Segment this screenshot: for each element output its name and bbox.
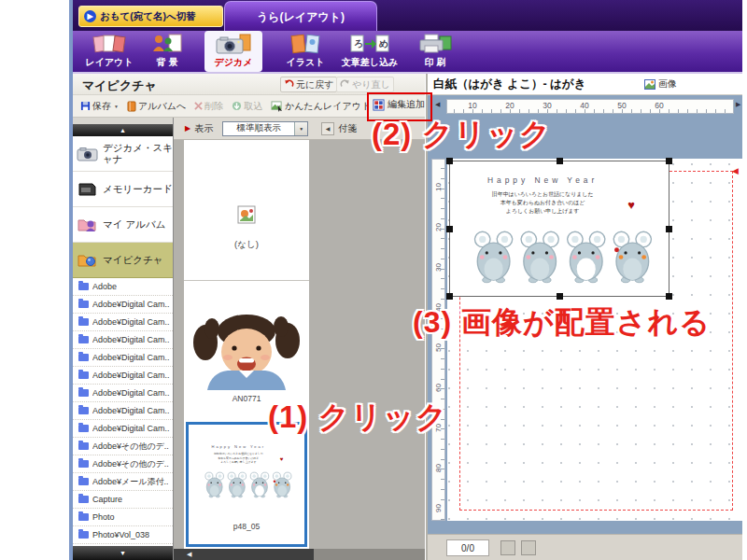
- thumbnail-photo[interactable]: AN0771: [184, 280, 309, 420]
- ruler-number-cell: 30: [432, 247, 444, 287]
- status-button-1[interactable]: [500, 540, 515, 555]
- folder-item[interactable]: Adobe¥Digital Cam..: [73, 331, 173, 349]
- thumbnail-none[interactable]: (なし): [184, 140, 309, 281]
- toolbar-illustration-button[interactable]: イラスト: [279, 31, 331, 72]
- delete-icon: [194, 102, 203, 110]
- thumbnail-card-selected[interactable]: p48_05: [186, 422, 307, 547]
- svg-text:ろ: ろ: [354, 38, 363, 49]
- save-button[interactable]: 保存 ▼: [80, 100, 119, 113]
- folder-item[interactable]: Adobe¥Digital Cam..: [73, 349, 173, 367]
- browser-scroll-left[interactable]: ◀: [174, 549, 314, 560]
- tab-back-layout[interactable]: うら(レイアウト): [224, 1, 377, 32]
- folder-item[interactable]: Capture: [73, 491, 173, 509]
- folder-icon: [78, 478, 89, 485]
- up-arrow-icon: ▲: [120, 127, 126, 133]
- sidebar-item-memory-card[interactable]: メモリーカード: [73, 172, 173, 207]
- toolbar-text-merge-button[interactable]: ろ め 文章差し込み: [333, 31, 406, 72]
- edit-add-button[interactable]: 編集追加: [373, 98, 425, 111]
- toolbar-background-button[interactable]: 背 景: [141, 31, 193, 72]
- view-mode-value: 標準順表示: [223, 122, 294, 134]
- no-image-icon: [237, 205, 256, 224]
- folder-item[interactable]: Adobe¥その他のデ..: [73, 455, 173, 473]
- folder-label: Adobe: [92, 282, 117, 291]
- resize-handle-nw[interactable]: [446, 158, 453, 164]
- ruler-number: 50: [603, 100, 641, 113]
- toolbar-print-button[interactable]: 印 刷: [408, 31, 462, 72]
- layout-icon: [92, 33, 127, 55]
- switch-to-front-button[interactable]: ▶ おもて(宛て名)へ切替: [78, 6, 223, 27]
- toolbar-illustration-label: イラスト: [287, 56, 325, 69]
- placed-card-image: [450, 161, 669, 296]
- resize-handle-e[interactable]: [666, 226, 672, 232]
- folder-label: Adobe¥その他のデ..: [92, 441, 169, 453]
- easy-layout-button[interactable]: かんたんレイアウト ▼: [271, 100, 378, 113]
- folder-item[interactable]: Adobe¥メール添付..: [73, 473, 173, 491]
- folder-label: Photo¥Vol_038: [92, 530, 149, 539]
- folder-item[interactable]: Photo¥Vol_038: [73, 526, 173, 544]
- postcard-canvas[interactable]: ◀: [447, 159, 742, 521]
- folder-item[interactable]: Adobe: [73, 278, 173, 296]
- folder-item[interactable]: Adobe¥Digital Cam..: [73, 402, 173, 420]
- folder-item[interactable]: Adobe¥その他のデ..: [73, 438, 173, 455]
- ruler-number: 70: [434, 424, 443, 432]
- combo-dropdown-button[interactable]: ▼: [294, 122, 307, 135]
- fusen-prev-button[interactable]: ◀: [321, 122, 334, 135]
- image-tool-button[interactable]: 画像: [644, 77, 677, 91]
- guide-marker-icon: ◀: [732, 166, 739, 175]
- ruler-number-cell: 60: [432, 368, 444, 408]
- status-button-2[interactable]: [521, 540, 536, 555]
- resize-handle-n[interactable]: [557, 158, 563, 164]
- down-arrow-icon: ▼: [120, 550, 126, 556]
- folder-label: Adobe¥Digital Cam..: [92, 353, 170, 362]
- resize-handle-s[interactable]: [557, 293, 563, 300]
- import-icon: [232, 101, 242, 111]
- folder-item[interactable]: Adobe¥Digital Cam..: [73, 420, 173, 438]
- folder-item[interactable]: Photo: [73, 509, 173, 526]
- resize-handle-ne[interactable]: [666, 158, 672, 164]
- sidebar-scroll-up[interactable]: ▲: [73, 124, 173, 136]
- folder-item[interactable]: Adobe¥Digital Cam..: [73, 296, 173, 314]
- folder-item[interactable]: Adobe¥Digital Cam..: [73, 314, 173, 331]
- view-bar: ▶ 表示 標準順表示 ▼ ◀ 付箋: [174, 118, 425, 140]
- ruler-scroll-right[interactable]: ▶: [736, 101, 740, 108]
- view-label: 表示: [194, 122, 213, 135]
- ruler-number: 10: [454, 100, 491, 113]
- folder-label: Adobe¥Digital Cam..: [92, 388, 170, 398]
- import-button[interactable]: 取込: [232, 100, 262, 113]
- camera-icon: [215, 33, 252, 55]
- easy-layout-icon: [271, 101, 283, 112]
- delete-label: 削除: [204, 100, 223, 113]
- arrow-circle-icon: ▶: [84, 10, 96, 22]
- redo-button[interactable]: やり直し: [336, 77, 394, 92]
- toolbar-layout-button[interactable]: レイアウト: [79, 31, 139, 72]
- toolbar-camera-button[interactable]: デジカメ: [204, 31, 262, 72]
- sidebar-item-label: マイ アルバム: [103, 219, 165, 230]
- folder-icon: [78, 301, 89, 308]
- edit-add-icon: [373, 99, 385, 111]
- undo-button[interactable]: 元に戻す: [280, 77, 337, 92]
- sidebar-item-my-album[interactable]: マイ アルバム: [73, 207, 173, 243]
- ruler-number: 60: [434, 384, 443, 392]
- sidebar-item-camera-scanner[interactable]: デジカメ・スキャナ: [73, 136, 173, 172]
- sidebar-scroll-down[interactable]: ▼: [73, 546, 173, 560]
- fusen-label: 付箋: [338, 122, 357, 135]
- folder-item[interactable]: Adobe¥Digital Cam..: [73, 385, 173, 402]
- delete-button[interactable]: 削除: [194, 100, 223, 113]
- print-icon: [417, 33, 453, 55]
- resize-handle-w[interactable]: [446, 226, 453, 232]
- browser-scroll-track[interactable]: [314, 549, 425, 560]
- ruler-number: 40: [566, 100, 603, 113]
- chevron-down-icon: ▼: [114, 104, 119, 109]
- memory-card-icon: [77, 182, 99, 197]
- view-mode-select[interactable]: 標準順表示 ▼: [222, 121, 308, 136]
- sidebar-item-my-pictures[interactable]: マイピクチャ: [73, 243, 173, 278]
- placed-image-selection[interactable]: [449, 161, 669, 297]
- folder-label: Adobe¥Digital Cam..: [92, 317, 170, 327]
- resize-handle-sw[interactable]: [446, 293, 453, 300]
- album-button[interactable]: アルバムへ: [127, 100, 186, 113]
- folder-item[interactable]: Adobe¥Digital Cam..: [73, 367, 173, 385]
- vertical-ruler: 102030405060708090: [431, 159, 445, 521]
- album-icon: [127, 101, 136, 112]
- ruler-scroll-left[interactable]: ◀: [435, 101, 440, 108]
- resize-handle-se[interactable]: [666, 293, 672, 300]
